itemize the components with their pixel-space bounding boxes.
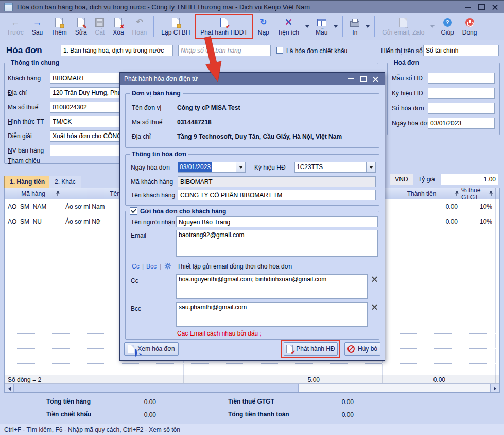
window-title: Hóa đơn bán hàng hóa, dịch vụ trong nước…	[17, 3, 461, 11]
toolbar-button-send-email[interactable]: Gửi email, Zalo	[378, 14, 428, 39]
template-icon	[317, 17, 326, 27]
invoice-info-group: Thông tin hóa đơn Ngày hóa đơn 03/01/202…	[125, 154, 379, 206]
issue-invoice-icon	[286, 345, 293, 353]
utilities-dropdown-icon[interactable]	[304, 14, 311, 39]
scrollbar-thumb[interactable]	[13, 384, 299, 393]
serial-combo[interactable]: 1C23TTS	[294, 162, 376, 173]
amount-total: 0.00	[383, 375, 461, 384]
toolbar-button-edit[interactable]: Sửa	[72, 14, 91, 39]
vat-total-value: 0.00	[312, 398, 354, 406]
scroll-left-icon[interactable]	[5, 384, 14, 393]
dialog-title: Phát hành hóa đơn điện tử	[124, 75, 348, 82]
total-goods-value: 0.00	[115, 398, 156, 406]
pin-icon[interactable]	[55, 191, 60, 196]
clear-bcc-icon[interactable]	[371, 303, 378, 311]
toolbar-button-create-voucher[interactable]: Lập CTBH	[158, 14, 194, 39]
pin-icon[interactable]	[454, 191, 459, 196]
toolbar-button-save[interactable]: Cắt	[92, 14, 109, 39]
app-icon	[4, 3, 13, 11]
toolbar-button-issue-einvoice[interactable]: Phát hành HĐĐT	[195, 14, 253, 39]
column-header-amount[interactable]: Thành tiền	[383, 188, 461, 199]
book-label: Hiển thị trên sổ	[381, 47, 423, 55]
window-titlebar: Hóa đơn bán hàng hóa, dịch vụ trong nước…	[0, 0, 504, 13]
column-header-code[interactable]: Mã hàng	[5, 188, 62, 199]
serial-label: Ký hiệu HĐ	[392, 90, 423, 97]
dialog-minimize-icon[interactable]	[348, 78, 354, 79]
customer-name-field[interactable]	[178, 190, 376, 200]
toolbar-button-print[interactable]: In	[346, 14, 363, 39]
cc-field[interactable]: hoa.nguyenthi@gmail.com; binhdinhxuan@gm…	[176, 274, 368, 299]
undo-icon	[136, 17, 143, 27]
email-settings-gear-icon[interactable]	[164, 262, 171, 270]
delete-document-icon	[114, 17, 122, 27]
exchange-rate-field[interactable]	[441, 174, 498, 185]
invoice-no-label: Số hóa đơn	[392, 105, 424, 112]
discount-checkbox[interactable]	[276, 47, 283, 54]
maximize-icon[interactable]	[478, 4, 485, 10]
dialog-close-icon[interactable]	[373, 76, 378, 82]
row-count: Số dòng = 2	[5, 375, 62, 384]
chevron-down-icon[interactable]	[236, 162, 245, 172]
tab-line-items[interactable]: 1. Hàng tiền	[4, 176, 50, 188]
cancel-button[interactable]: Hủy bỏ	[344, 342, 380, 356]
column-header-vat[interactable]: % thuế GTGT	[461, 188, 496, 199]
seller-address-label: Địa chỉ	[132, 133, 151, 140]
scroll-right-icon[interactable]	[490, 384, 499, 393]
cc-label: Cc	[131, 277, 138, 285]
toolbar-button-refresh[interactable]: Nạp	[254, 14, 273, 39]
total-goods-label: Tổng tiền hàng	[46, 398, 91, 405]
view-invoice-button[interactable]: Xem hóa đơn	[124, 342, 179, 356]
cc-link[interactable]: Cc	[132, 263, 140, 270]
issue-invoice-button[interactable]: Phát hành HĐ	[284, 342, 338, 356]
toolbar-button-utilities[interactable]: Tiện ích	[274, 14, 303, 39]
toolbar-button-delete[interactable]: Xóa	[109, 14, 127, 39]
bcc-link[interactable]: Bcc	[146, 263, 157, 270]
template-no-field[interactable]	[428, 73, 495, 84]
cancel-icon	[347, 345, 355, 353]
salesperson-label: NV bán hàng	[8, 147, 44, 154]
print-dropdown-icon[interactable]	[364, 14, 371, 39]
horizontal-scrollbar[interactable]	[5, 383, 499, 392]
address-label: Địa chỉ	[8, 89, 27, 96]
minimize-icon[interactable]	[465, 7, 471, 8]
toolbar-button-template[interactable]: Mẫu	[312, 14, 331, 39]
toolbar-button-undo[interactable]: Hoàn	[129, 14, 151, 39]
exchange-rate-label: Tỷ giá	[418, 176, 435, 183]
payment-method-label: Hình thức TT	[8, 118, 44, 125]
pin-icon[interactable]	[489, 191, 494, 196]
toolbar-button-previous[interactable]: Trước	[3, 14, 27, 39]
chevron-down-icon[interactable]	[366, 162, 375, 172]
toolbar-button-add[interactable]: Thêm	[47, 14, 71, 39]
toolbar-button-help[interactable]: Giúp	[437, 14, 457, 39]
toolbar-separator	[153, 16, 154, 37]
toolbar-button-next[interactable]: Sau	[28, 14, 46, 39]
back-arrow-icon	[10, 17, 20, 27]
serial-field[interactable]	[428, 88, 495, 99]
customer-code-field[interactable]	[178, 176, 376, 187]
clear-cc-icon[interactable]	[371, 275, 378, 283]
dialog-titlebar: Phát hành hóa đơn điện tử	[120, 73, 385, 85]
template-no-label: Mẫu số HĐ	[392, 75, 423, 82]
book-field[interactable]	[423, 45, 499, 56]
dialog-maximize-icon[interactable]	[360, 76, 367, 82]
close-icon[interactable]	[492, 4, 498, 10]
invoice-type-field[interactable]	[61, 45, 173, 56]
doc-no-input[interactable]	[178, 45, 271, 56]
invoice-no-field[interactable]	[428, 103, 495, 114]
toolbar-button-close[interactable]: Đóng	[459, 14, 481, 39]
invoice-date-label: Ngày hóa đơn	[392, 120, 431, 127]
send-invoice-checkbox[interactable]	[130, 207, 137, 215]
view-invoice-icon	[128, 345, 134, 353]
template-dropdown-icon[interactable]	[332, 14, 339, 39]
recipient-field[interactable]	[176, 216, 378, 227]
send-email-dropdown-icon[interactable]	[429, 14, 436, 39]
bcc-field[interactable]: sau.phamthi@gmail.com	[176, 302, 368, 327]
invoice-date-combo[interactable]: 03/01/2023	[178, 162, 246, 173]
currency-field[interactable]	[390, 174, 413, 185]
invoice-date-field[interactable]	[428, 118, 495, 129]
send-email-icon	[399, 17, 407, 27]
email-field[interactable]: baotrang92@gmail.com	[176, 230, 378, 257]
tab-other[interactable]: 2. Khác	[49, 176, 81, 188]
customer-label: Khách hàng	[8, 75, 41, 82]
toolbar-separator	[342, 16, 343, 37]
